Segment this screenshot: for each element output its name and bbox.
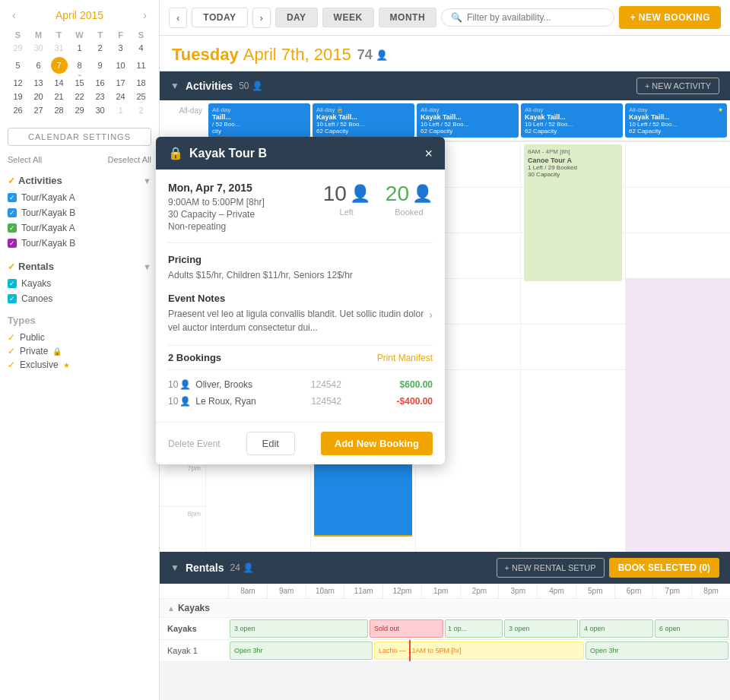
event-canoe-tour-a[interactable]: 8AM - 4PM [8h] Canoe Tour A 1 Left / 29 … — [524, 144, 622, 281]
cal-day[interactable]: 23 — [90, 90, 110, 103]
cal-day[interactable]: 24 — [110, 90, 131, 103]
date-header: Tuesday April 7th, 2015 74 👤 — [160, 36, 730, 71]
booking-row-2[interactable]: 10 👤 Le Roux, Ryan 124542 -$400.00 — [168, 393, 433, 410]
cal-day[interactable]: 10 — [110, 55, 131, 76]
allday-event[interactable]: All-day Kayak Taill... 10 Left / 52 Boo.… — [417, 103, 519, 138]
cal-day[interactable]: 30 — [90, 103, 110, 117]
new-rental-button[interactable]: + NEW RENTAL SETUP — [497, 558, 605, 578]
kayaks-open-slot[interactable]: 3 open — [230, 619, 368, 638]
cal-day[interactable]: 28 — [49, 103, 69, 117]
sidebar-item-tour-kayak-a-green[interactable]: ✓ Tour/Kayak A — [8, 221, 151, 235]
new-booking-button[interactable]: + NEW BOOKING — [619, 6, 721, 29]
cal-day[interactable]: 21 — [49, 90, 69, 103]
cal-day[interactable]: 17 — [110, 76, 131, 90]
allday-event[interactable]: All-day Kayak Taill... 10 Left / 52 Boo.… — [521, 103, 623, 138]
cal-day[interactable]: 1 — [69, 41, 90, 55]
checkbox-teal[interactable]: ✓ — [8, 294, 17, 303]
chevron-right-icon[interactable]: › — [429, 309, 433, 321]
kayaks-open-slot-4[interactable]: 4 open — [579, 619, 653, 638]
print-manifest-link[interactable]: Print Manifest — [377, 353, 433, 363]
allday-event[interactable]: All-day Taill... / 52 Boo... city — [208, 103, 310, 138]
rentals-bar-actions: + NEW RENTAL SETUP BOOK SELECTED (0) — [497, 558, 719, 578]
add-booking-button[interactable]: Add New Booking — [321, 432, 433, 455]
cal-day[interactable]: 7 — [49, 55, 69, 76]
sidebar-item-tour-kayak-b-blue[interactable]: ✓ Tour/Kayak B — [8, 206, 151, 220]
book-selected-button[interactable]: BOOK SELECTED (0) — [609, 558, 719, 578]
modal-close-button[interactable]: × — [424, 147, 433, 160]
cal-day[interactable]: 18 — [131, 76, 151, 90]
booking-row-1[interactable]: 10 👤 Oliver, Brooks 124542 $600.00 — [168, 376, 433, 393]
mini-cal-prev[interactable]: ‹ — [8, 8, 21, 23]
day-view-button[interactable]: DAY — [275, 8, 318, 27]
checkbox-teal[interactable]: ✓ — [8, 279, 17, 288]
cal-day[interactable]: 25 — [131, 90, 151, 103]
month-view-button[interactable]: MONTH — [379, 8, 437, 27]
rentals-collapse-arrow[interactable]: ▼ — [170, 562, 179, 573]
edit-event-button[interactable]: Edit — [246, 432, 295, 455]
today-button[interactable]: TODAY — [192, 8, 247, 27]
cal-day[interactable]: 1 — [110, 103, 131, 117]
cal-day[interactable]: 22 — [69, 90, 90, 103]
checkbox-purple[interactable]: ✓ — [8, 239, 17, 248]
cal-day[interactable]: 29 — [8, 41, 28, 55]
mini-cal-next[interactable]: › — [138, 8, 151, 23]
cal-day[interactable]: 5 — [8, 55, 28, 76]
filter-input[interactable] — [467, 12, 605, 23]
cal-day[interactable]: 8 — [69, 55, 90, 76]
rentals-expand-icon[interactable]: ▼ — [143, 262, 151, 271]
cal-day[interactable]: 9 — [90, 55, 110, 76]
allday-event[interactable]: All-day ★ Kayak Taill... 10 Left / 52 Bo… — [625, 103, 727, 138]
prev-button[interactable]: ‹ — [169, 8, 187, 28]
modal-date-info: Mon, Apr 7, 2015 9:00AM to 5:00PM [8hr] … — [168, 182, 265, 232]
kayak1-open-2[interactable]: Open 3hr — [586, 641, 728, 660]
cal-day[interactable]: 2 — [131, 103, 151, 117]
week-view-button[interactable]: WEEK — [322, 8, 374, 27]
sidebar-item-kayaks[interactable]: ✓ Kayaks — [8, 277, 151, 290]
cal-day[interactable]: 30 — [28, 41, 49, 55]
cal-day[interactable]: 31 — [49, 41, 69, 55]
calendar-settings-button[interactable]: CALENDAR SETTINGS — [8, 128, 151, 146]
cal-day[interactable]: 16 — [90, 76, 110, 90]
activities-collapse-arrow[interactable]: ▼ — [170, 81, 179, 91]
cal-day[interactable]: 4 — [131, 41, 151, 55]
cal-day[interactable]: 2 — [90, 41, 110, 55]
today-cell[interactable]: 7 — [51, 57, 68, 74]
activities-expand-icon[interactable]: ▼ — [143, 176, 151, 185]
cal-day[interactable]: 11 — [131, 55, 151, 76]
checkbox-blue[interactable]: ✓ — [8, 193, 17, 202]
select-all-button[interactable]: Select All — [8, 155, 42, 164]
new-activity-button[interactable]: + NEW ACTIVITY — [636, 78, 719, 94]
cal-day[interactable]: 15 — [69, 76, 90, 90]
checkbox-green[interactable]: ✓ — [8, 223, 17, 233]
sidebar-item-tour-kayak-b-purple[interactable]: ✓ Tour/Kayak B — [8, 236, 151, 250]
cal-day[interactable]: 26 — [8, 103, 28, 117]
cal-day[interactable]: 14 — [49, 76, 69, 90]
next-button[interactable]: › — [252, 8, 271, 28]
cal-day[interactable]: 13 — [28, 76, 49, 90]
delete-event-button[interactable]: Delete Event — [168, 439, 221, 449]
type-item-public[interactable]: ✓ Public — [8, 331, 151, 344]
checkbox-blue[interactable]: ✓ — [8, 208, 17, 217]
kayaks-expand-icon[interactable]: ▲ — [167, 604, 175, 613]
sidebar-item-canoes[interactable]: ✓ Canoes — [8, 292, 151, 306]
kayaks-open-slot-5[interactable]: 6 open — [655, 619, 728, 638]
cal-day[interactable]: 27 — [28, 103, 49, 117]
type-item-exclusive[interactable]: ✓ Exclusive ★ — [8, 358, 151, 372]
cal-day[interactable]: 20 — [28, 90, 49, 103]
sidebar-item-tour-kayak-a-blue[interactable]: ✓ Tour/Kayak A — [8, 191, 151, 204]
type-item-private[interactable]: ✓ Private 🔒 — [8, 344, 151, 358]
kayaks-open-slot-3[interactable]: 3 open — [504, 619, 578, 638]
activities-count-num: 50 — [239, 81, 249, 91]
allday-event[interactable]: All-day 🔒 Kayak Taill... 10 Left / 52 Bo… — [313, 103, 414, 138]
cal-day[interactable]: 12 — [8, 76, 28, 90]
cal-day[interactable]: 19 — [8, 90, 28, 103]
cal-day[interactable]: 3 — [110, 41, 131, 55]
deselect-all-button[interactable]: Deselect All — [108, 155, 151, 164]
types-section-title: Types — [8, 315, 151, 326]
kayak1-open-1[interactable]: Open 3hr — [230, 641, 373, 660]
cal-day[interactable]: 29 — [69, 103, 90, 117]
kayak1-booked[interactable]: Lacho — 11AM to 5PM [hr] — [374, 641, 584, 660]
modal-stat-left: 10 👤 Left — [323, 182, 370, 217]
kayaks-open-slot-2[interactable]: 1 op... — [445, 619, 503, 638]
cal-day[interactable]: 6 — [28, 55, 49, 76]
